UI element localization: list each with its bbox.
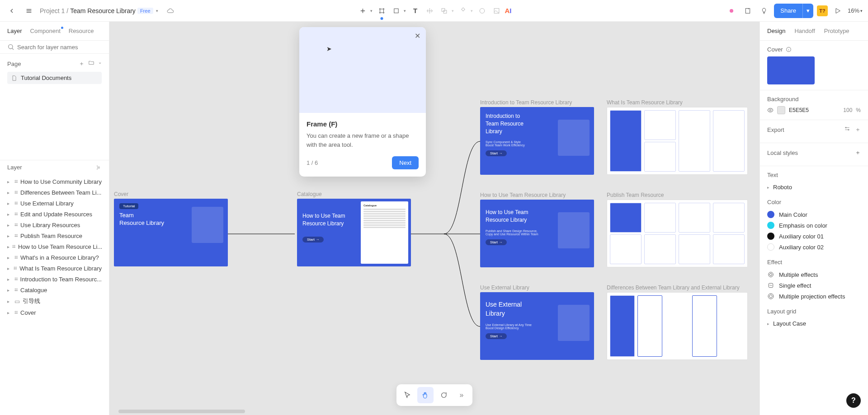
breadcrumb-file[interactable]: Team Resource Library — [70, 7, 136, 14]
effect-row[interactable]: Multiple effects — [767, 269, 861, 280]
layer-item[interactable]: ▸⌗What Is Team Resource Library — [0, 263, 109, 274]
frame-catalogue[interactable]: How to Use Team Resource Library Start →… — [297, 199, 411, 266]
hand-tool[interactable] — [417, 387, 434, 403]
add-tool[interactable] — [356, 5, 369, 17]
settings-icon[interactable] — [844, 126, 850, 132]
color-row[interactable]: Emphasis on color — [767, 220, 861, 231]
share-button[interactable]: Share ▾ — [774, 4, 813, 18]
tab-layer[interactable]: Layer — [7, 28, 22, 34]
close-icon[interactable]: ✕ — [415, 32, 420, 40]
eye-icon[interactable] — [767, 107, 774, 113]
mask-tool[interactable] — [476, 5, 488, 17]
font-row[interactable]: ▸Roboto — [767, 182, 861, 192]
add-style-icon[interactable]: ＋ — [855, 149, 861, 157]
frame-diff[interactable] — [607, 292, 748, 360]
frame-what[interactable] — [607, 107, 748, 175]
frame-label-external[interactable]: Use External Library — [480, 284, 529, 291]
component-tool-caret[interactable]: ▾ — [469, 9, 474, 13]
back-button[interactable] — [5, 5, 18, 17]
layer-item[interactable]: ▸⌗How to Use Team Resource Li... — [0, 241, 109, 252]
next-button[interactable]: Next — [392, 156, 419, 169]
layer-section-title: Layer — [7, 164, 22, 171]
info-icon[interactable] — [786, 47, 792, 52]
boolean-tool[interactable] — [438, 5, 450, 17]
layout-row[interactable]: ▸Layout Case — [767, 318, 861, 329]
cloud-sync-icon[interactable] — [164, 5, 177, 17]
sort-icon[interactable] — [95, 164, 102, 171]
bg-hex[interactable]: E5E5E5 — [789, 107, 840, 113]
cover-thumbnail[interactable] — [767, 56, 815, 84]
layer-item[interactable]: ▸⌗Cover — [0, 307, 109, 318]
layer-item[interactable]: ▸⌗Publish Team Resource — [0, 230, 109, 241]
component-tool[interactable] — [457, 5, 469, 17]
boolean-tool-caret[interactable]: ▾ — [450, 9, 455, 13]
frame-tool[interactable] — [375, 5, 388, 17]
add-page-icon[interactable]: ＋ — [79, 60, 85, 68]
tab-component[interactable]: Component — [30, 28, 61, 34]
notes-icon[interactable] — [741, 5, 754, 17]
layer-item[interactable]: ▸▭引导线 — [0, 295, 109, 307]
frame-label-intro[interactable]: Introduction to Team Resource Library — [480, 99, 572, 106]
text-tool[interactable]: T — [409, 5, 421, 17]
frame-label-publish[interactable]: Publish Team Resource — [607, 192, 664, 198]
bg-swatch[interactable] — [777, 106, 785, 114]
tab-design[interactable]: Design — [767, 28, 785, 34]
canvas[interactable]: Cover Tutorial Team Resource Library Cat… — [109, 22, 760, 415]
color-row[interactable]: Auxiliary color 02 — [767, 242, 861, 252]
layer-search-input[interactable] — [17, 44, 102, 51]
export-label: Export — [767, 126, 784, 133]
frame-how-use[interactable]: How to Use Team Resource Library Publish… — [480, 200, 594, 267]
layer-item[interactable]: ▸⌗Edit and Update Resources — [0, 209, 109, 219]
comment-tool[interactable] — [435, 387, 452, 403]
layer-item[interactable]: ▸⌗Use External Library — [0, 198, 109, 209]
layer-item[interactable]: ▸⌗Differences Between Team Li... — [0, 187, 109, 198]
move-tool[interactable] — [423, 5, 436, 17]
share-caret[interactable]: ▾ — [802, 4, 813, 18]
frame-label-how[interactable]: How to Use Team Resource Library — [480, 192, 566, 198]
file-menu-caret[interactable]: ▾ — [155, 9, 160, 13]
hint-icon[interactable] — [758, 5, 770, 17]
ai-logo[interactable]: AI — [505, 7, 511, 14]
play-button[interactable] — [831, 5, 844, 17]
popover-page: 1 / 6 — [307, 159, 318, 166]
layer-item[interactable]: ▸⌗What's in a Resource Library? — [0, 252, 109, 263]
frame-intro[interactable]: Introduction to Team Resource Library Sy… — [480, 107, 594, 175]
frame-publish[interactable] — [607, 200, 748, 267]
image-tool[interactable] — [490, 5, 503, 17]
effect-row[interactable]: Multiple projection effects — [767, 291, 861, 302]
menu-button[interactable] — [23, 5, 35, 17]
shape-tool-caret[interactable]: ▾ — [402, 9, 407, 13]
tab-prototype[interactable]: Prototype — [824, 28, 849, 34]
frame-label-what[interactable]: What Is Team Resource Library — [607, 99, 683, 106]
add-export-icon[interactable]: ＋ — [855, 126, 861, 134]
zoom-display[interactable]: 16%▾ — [848, 7, 863, 14]
frame-label-cover[interactable]: Cover — [114, 191, 128, 197]
shape-tool[interactable] — [390, 5, 402, 17]
layer-item[interactable]: ▸⌗Use Library Resources — [0, 219, 109, 230]
ext-mock — [558, 305, 590, 341]
color-row[interactable]: Main Color — [767, 209, 861, 220]
horizontal-scrollbar[interactable] — [118, 410, 245, 413]
color-row[interactable]: Auxiliary color 01 — [767, 231, 861, 242]
frame-label-catalogue[interactable]: Catalogue — [297, 191, 322, 197]
layer-item[interactable]: ▸⌗Introduction to Team Resourc... — [0, 274, 109, 284]
layer-item[interactable]: ▸⌗How to Use Community Library — [0, 176, 109, 187]
tab-resource[interactable]: Resource — [69, 28, 94, 34]
add-tool-caret[interactable]: ▾ — [369, 9, 373, 13]
collapse-page-icon[interactable]: ⌄ — [98, 60, 102, 68]
breadcrumb-project[interactable]: Project 1 — [40, 7, 65, 14]
help-button[interactable]: ? — [846, 393, 861, 408]
avatar[interactable]: T? — [817, 5, 828, 16]
layer-item[interactable]: ▸⌗Catalogue — [0, 284, 109, 295]
folder-icon[interactable] — [88, 60, 94, 66]
plugin-icon[interactable] — [725, 5, 738, 17]
more-tools[interactable]: » — [453, 387, 470, 403]
bg-opacity[interactable]: 100 — [843, 107, 852, 113]
frame-label-diff[interactable]: Differences Between Team Library and Ext… — [607, 284, 740, 291]
page-item[interactable]: Tutorial Documents — [7, 72, 102, 84]
frame-cover[interactable]: Tutorial Team Resource Library — [114, 199, 228, 266]
effect-row[interactable]: Single effect — [767, 280, 861, 291]
pointer-tool[interactable] — [399, 387, 415, 403]
tab-handoff[interactable]: Handoff — [794, 28, 815, 34]
frame-external[interactable]: Use External Library Use External Librar… — [480, 292, 594, 360]
